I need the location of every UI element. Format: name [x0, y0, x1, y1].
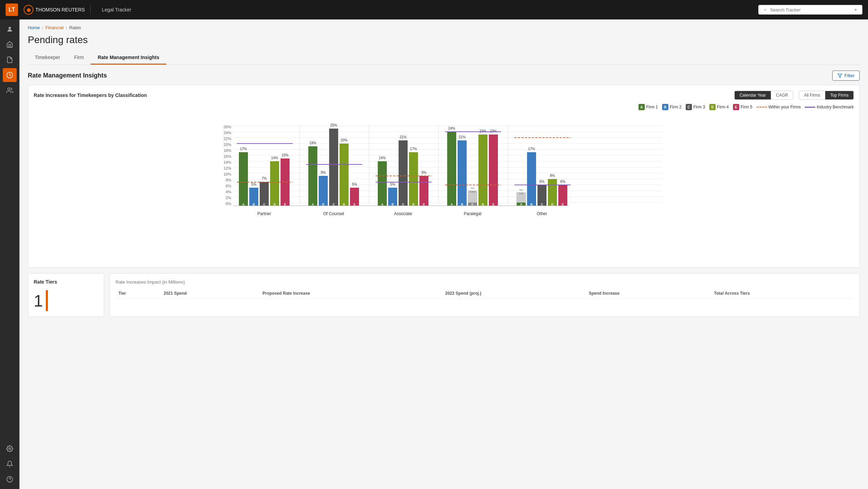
rate-impact-card: Rate Increases Impact (in Millions) Tier…	[110, 273, 860, 317]
bar-para-d	[478, 135, 487, 203]
bar-label-bg-a	[239, 199, 248, 203]
bar-assoc-b	[388, 188, 397, 203]
svg-text:5%: 5%	[352, 182, 357, 186]
legend-benchmark: Industry Benchmark	[805, 105, 854, 109]
side-navigation	[0, 19, 19, 489]
svg-text:6%: 6%	[226, 184, 231, 188]
tab-rate-management[interactable]: Rate Management Insights	[91, 51, 166, 65]
svg-text:Paralegal: Paralegal	[464, 211, 482, 216]
bar-counsel-e	[350, 188, 359, 203]
ctrl-all-firms[interactable]: All Firms	[799, 91, 826, 99]
legend-firm5: E Firm 5	[733, 104, 752, 110]
svg-text:17%: 17%	[528, 147, 535, 151]
bar-partner-a	[239, 152, 248, 203]
nav-document[interactable]	[3, 53, 17, 67]
search-input[interactable]	[770, 7, 851, 13]
bar-para-a	[447, 132, 456, 203]
legend-within-label: Within your Firms	[768, 105, 801, 109]
svg-text:14%: 14%	[271, 156, 278, 160]
rate-tiers-title: Rate Tiers	[34, 279, 98, 285]
svg-text:8%: 8%	[226, 178, 231, 182]
svg-text:Of Counsel: Of Counsel	[323, 211, 344, 216]
filter-button[interactable]: Filter	[832, 71, 860, 81]
legend-benchmark-line	[805, 107, 815, 108]
tab-timekeeper[interactable]: Timekeeper	[28, 51, 67, 65]
section-title: Rate Management Insights	[28, 72, 107, 79]
svg-text:26%: 26%	[224, 125, 231, 129]
col-2022-spend: 2022 Spend (proj.)	[442, 289, 586, 298]
brand-logo: ⬤ THOMSON REUTERS	[24, 5, 85, 15]
nav-settings[interactable]	[3, 442, 17, 456]
nav-home[interactable]	[3, 38, 17, 51]
legend-firm2-label: Firm 2	[670, 105, 682, 109]
svg-text:14%: 14%	[224, 160, 231, 164]
chart-legend: A Firm 1 B Firm 2 C Firm 3 D Firm 4	[34, 104, 854, 110]
bar-assoc-e	[419, 176, 428, 203]
bar-partner-e	[281, 158, 290, 203]
impact-title-text: Rate Increases Impact	[116, 279, 161, 285]
legend-firm1-label: Firm 1	[646, 105, 658, 109]
svg-text:8%: 8%	[550, 174, 555, 178]
legend-within: Within your Firms	[757, 105, 801, 109]
bar-counsel-d	[340, 144, 349, 203]
svg-text:19%: 19%	[309, 141, 316, 145]
ctrl-cagr[interactable]: CAGR	[771, 91, 793, 99]
search-bar[interactable]: ＋ ＋	[758, 5, 862, 15]
bar-para-e	[489, 135, 498, 203]
nav-notifications[interactable]	[3, 457, 17, 471]
legend-firm3: C Firm 3	[686, 104, 705, 110]
tab-firm[interactable]: Firm	[67, 51, 91, 65]
chart-title: Rate Increases for Timekeepers by Classi…	[34, 92, 147, 98]
impact-title: Rate Increases Impact (in Millions)	[116, 279, 854, 285]
svg-text:17%: 17%	[410, 147, 417, 151]
ctrl-top-firms[interactable]: Top Firms	[825, 91, 853, 99]
bottom-row: Rate Tiers 1 Rate Increases Impact (in M…	[28, 273, 860, 317]
svg-text:5%: 5%	[390, 182, 395, 186]
search-add-icon: ＋	[853, 7, 858, 13]
page-title: Pending rates	[28, 34, 860, 46]
brand-area: ⬤ THOMSON REUTERS	[24, 5, 91, 15]
nav-people[interactable]	[3, 83, 17, 97]
svg-text:16%: 16%	[224, 154, 231, 158]
bar-para-b	[458, 140, 467, 203]
svg-text:10%: 10%	[224, 172, 231, 176]
svg-text:23%: 23%	[490, 129, 497, 133]
ctrl-calendar-year[interactable]: Calendar Year	[735, 91, 771, 99]
breadcrumb-financial[interactable]: Financial	[45, 25, 64, 30]
impact-table-header: Tier 2021 Spend Proposed Rate Increase 2…	[116, 289, 854, 298]
legend-firm3-box: C	[686, 104, 692, 110]
col-total-across: Total Across Tiers	[711, 289, 854, 298]
svg-text:15%: 15%	[282, 153, 289, 157]
svg-text:2%: 2%	[226, 196, 231, 200]
time-controls: Calendar Year CAGR	[734, 91, 793, 100]
col-proposed-rate: Proposed Rate Increase	[260, 289, 442, 298]
nav-financial[interactable]	[3, 68, 17, 82]
svg-text:24%: 24%	[224, 131, 231, 135]
nav-user[interactable]	[3, 22, 17, 36]
svg-text:9%: 9%	[422, 171, 427, 174]
svg-point-3	[9, 448, 11, 450]
breadcrumb-sep-1: ›	[42, 25, 43, 30]
svg-text:9%: 9%	[321, 171, 326, 174]
svg-text:6%: 6%	[560, 180, 566, 184]
svg-text:24%: 24%	[448, 127, 455, 130]
svg-text:20%: 20%	[341, 138, 348, 142]
svg-text:25%: 25%	[330, 123, 337, 127]
bar-other-e	[558, 185, 567, 203]
svg-text:14%: 14%	[379, 156, 386, 160]
tabs-bar: Timekeeper Firm Rate Management Insights	[28, 51, 860, 65]
svg-text:No: No	[519, 188, 523, 191]
bar-chart-container: 26% 24% 22% 20% 18% 16% 14% 12% 10% 8% 6…	[34, 114, 854, 262]
svg-text:Dat: Dat	[519, 192, 524, 195]
nav-help[interactable]	[3, 472, 17, 486]
legend-firm1: A Firm 1	[639, 104, 658, 110]
legend-benchmark-label: Industry Benchmark	[817, 105, 854, 109]
breadcrumb-home[interactable]: Home	[28, 25, 40, 30]
legend-firm2: B Firm 2	[662, 104, 682, 110]
breadcrumb-sep-2: ›	[66, 25, 67, 30]
svg-text:Other: Other	[537, 211, 547, 216]
legend-firm4-box: D	[709, 104, 716, 110]
svg-text:Data: Data	[470, 190, 476, 193]
svg-text:20%: 20%	[224, 142, 231, 147]
bar-counsel-c	[329, 129, 338, 203]
